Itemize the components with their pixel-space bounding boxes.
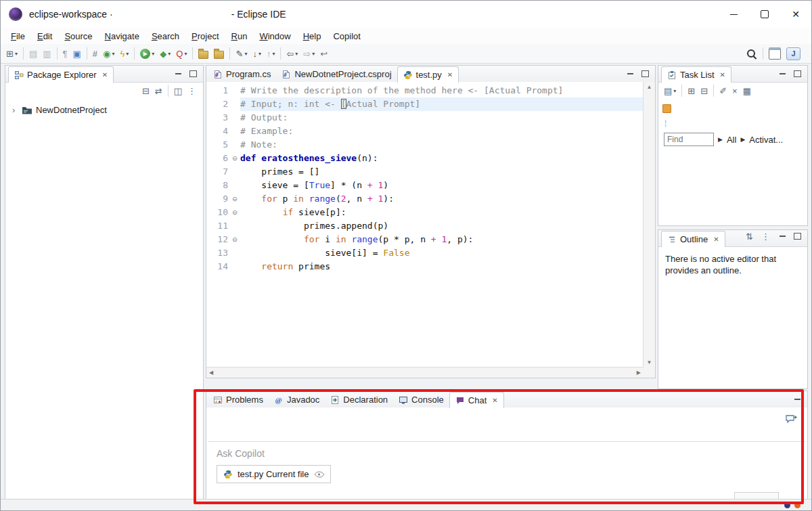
fold-minus-icon[interactable]: ⊖ [229, 206, 240, 219]
coverage-button[interactable]: ◉▾ [101, 46, 116, 61]
scroll-down-icon[interactable]: ▼ [647, 359, 652, 365]
focus-workweek-icon[interactable] [662, 104, 671, 113]
save-button[interactable]: ▤ [27, 46, 39, 61]
open-console-button[interactable]: ▣ [71, 46, 83, 61]
maximize-view-button[interactable] [187, 68, 198, 79]
menu-edit[interactable]: Edit [31, 28, 58, 44]
filters-button[interactable]: ◫ [172, 83, 184, 98]
debug-grid-button[interactable]: # [91, 46, 99, 61]
menu-navigate[interactable]: Navigate [99, 28, 145, 44]
fold-minus-icon[interactable]: ⊖ [229, 152, 240, 165]
close-tab-button[interactable]: ✕ [492, 397, 497, 404]
find-input[interactable] [664, 133, 714, 146]
menu-window[interactable]: Window [253, 28, 296, 44]
scroll-left-icon[interactable]: ◀ [209, 370, 213, 376]
last-edit-location-button[interactable]: ↩ [318, 46, 330, 61]
new-task-button[interactable]: ▤▾ [662, 83, 678, 98]
new-chat-icon[interactable] [785, 414, 798, 425]
task-list-tab[interactable]: Task List ✕ [661, 66, 731, 83]
scheduled-view-button[interactable]: ⊟ [698, 83, 710, 98]
restore-tasks-button[interactable]: ▦ [741, 83, 753, 98]
minimize-view-button[interactable] [792, 394, 803, 405]
maximize-window-button[interactable] [749, 1, 780, 28]
delete-task-button[interactable]: × [730, 83, 740, 98]
save-all-button[interactable]: ▥ [41, 46, 53, 61]
code-line-13: 13 sieve[i] = False [206, 246, 644, 260]
close-view-icon[interactable]: ✕ [713, 236, 719, 243]
editor-tab-test-py[interactable]: test.py✕ [397, 66, 459, 83]
close-tab-button[interactable]: ✕ [447, 71, 453, 79]
search-button[interactable] [744, 46, 759, 61]
fold-gutter [229, 179, 240, 192]
close-view-icon[interactable]: ✕ [720, 71, 725, 79]
vertical-scrollbar[interactable]: ▲ ▼ [643, 82, 655, 368]
open-type-button[interactable] [196, 46, 210, 61]
minimize-view-button[interactable] [625, 68, 635, 79]
chevron-right-icon[interactable]: ▶ [740, 136, 745, 143]
fold-minus-icon[interactable]: ⊖ [229, 233, 240, 246]
close-window-button[interactable]: ✕ [780, 1, 811, 28]
copilot-status-icon[interactable] [784, 502, 790, 508]
bottom-tab-javadoc[interactable]: @Javadoc [269, 392, 325, 407]
menu-project[interactable]: Project [185, 28, 225, 44]
bottom-tab-problems[interactable]: Problems [208, 392, 269, 407]
bottom-tab-console[interactable]: Console [393, 392, 449, 407]
run-button[interactable]: ▶▾ [138, 46, 156, 61]
horizontal-scrollbar[interactable]: ◀ ▶ [206, 367, 644, 378]
minimize-view-button[interactable] [173, 68, 183, 79]
scope-activate-label[interactable]: Activat... [749, 135, 783, 145]
mark-occurrences-button[interactable]: ✎▾ [233, 46, 249, 61]
forward-button[interactable]: ⇨▾ [301, 46, 317, 61]
show-whitespace-button[interactable]: ¶ [61, 46, 70, 61]
menu-source[interactable]: Source [58, 28, 98, 44]
expand-arrow-icon[interactable]: › [12, 106, 18, 114]
chat-input[interactable]: Ask Copilot test.py Current file [208, 441, 805, 497]
view-menu-button[interactable]: ⋮ [185, 83, 198, 98]
bottom-tab-chat[interactable]: Chat✕ [449, 392, 504, 408]
open-perspective-button[interactable] [767, 46, 783, 61]
maximize-view-button[interactable] [639, 68, 650, 79]
next-annotation-button[interactable]: ↓▾ [250, 46, 263, 61]
bottom-tab-declaration[interactable]: Declaration [325, 392, 393, 407]
collapse-all-button[interactable]: ⊟ [140, 83, 152, 98]
view-menu-button[interactable]: ⋮ [759, 229, 772, 244]
context-chip[interactable]: test.py Current file [217, 465, 331, 483]
maximize-view-button[interactable] [792, 68, 803, 79]
chevron-right-icon[interactable]: ▶ [718, 136, 723, 143]
link-with-editor-button[interactable]: ⇄ [153, 83, 164, 98]
visibility-icon[interactable] [314, 471, 324, 478]
editor-tab-newdotnetproject-csproj[interactable]: #NewDotnetProject.csproj [276, 66, 397, 82]
filter-completed-button[interactable]: ✐ [717, 83, 729, 98]
minimize-view-button[interactable] [777, 231, 788, 242]
package-explorer-tab[interactable]: Package Explorer ✕ [8, 66, 114, 83]
expand-collapse-button[interactable]: ⇅ [744, 229, 755, 244]
overflow-dots-icon[interactable]: ⁞ [658, 116, 807, 131]
minimize-view-button[interactable] [777, 68, 788, 79]
java-perspective-button[interactable]: J [784, 46, 803, 61]
categorized-view-button[interactable]: ⊞ [685, 83, 697, 98]
menu-run[interactable]: Run [225, 28, 254, 44]
back-button[interactable]: ⇦▾ [284, 46, 300, 61]
notification-icon[interactable] [794, 502, 800, 508]
menu-help[interactable]: Help [297, 28, 328, 44]
code-area[interactable]: 1# Write the description of the method h… [206, 82, 644, 368]
minimize-window-button[interactable] [718, 1, 749, 28]
menu-search[interactable]: Search [145, 28, 185, 44]
editor-tab-program-cs[interactable]: #Program.cs [208, 66, 276, 82]
scroll-right-icon[interactable]: ▶ [637, 370, 641, 376]
menu-file[interactable]: File [5, 28, 31, 44]
scope-all-label[interactable]: All [727, 135, 736, 145]
tree-item-newdotnetproject[interactable]: ›NewDotnetProject [7, 103, 202, 116]
profile-button[interactable]: Q▾ [174, 46, 189, 61]
external-tools-button[interactable]: ϟ▾ [118, 46, 131, 61]
outline-tab[interactable]: Outline ✕ [661, 231, 725, 247]
open-resource-button[interactable] [212, 46, 226, 61]
new-wizard-button[interactable]: ⊞▾ [4, 46, 20, 61]
maximize-view-button[interactable] [792, 231, 803, 242]
close-view-icon[interactable]: ✕ [102, 71, 108, 79]
scroll-up-icon[interactable]: ▲ [647, 84, 652, 90]
debug-button[interactable]: ◆▾ [158, 46, 173, 61]
prev-annotation-button[interactable]: ↑▾ [265, 46, 277, 61]
fold-minus-icon[interactable]: ⊖ [229, 192, 240, 206]
menu-copilot[interactable]: Copilot [327, 28, 366, 44]
